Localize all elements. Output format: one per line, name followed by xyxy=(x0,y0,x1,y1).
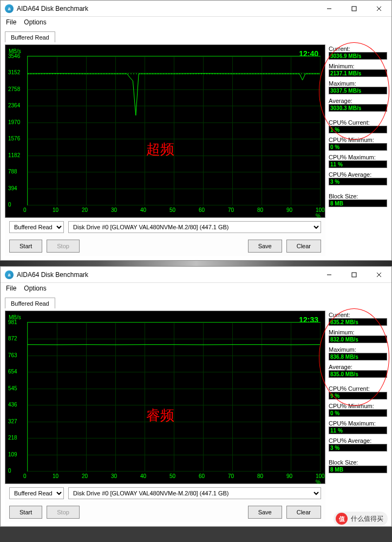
svg-rect-1 xyxy=(352,7,356,11)
close-button[interactable] xyxy=(367,267,391,283)
drive-select[interactable]: Disk Drive #0 [GLOWAY VAL480NVMe-M.2/80]… xyxy=(68,487,321,499)
menubar: File Options xyxy=(1,283,391,294)
stats-panel: Current:3036.9 MB/s Minimum:2137.1 MB/s … xyxy=(329,44,387,256)
minimize-button[interactable] xyxy=(317,267,342,283)
y-tick: 3152 xyxy=(8,69,20,75)
menu-file[interactable]: File xyxy=(6,18,16,26)
y-tick: 0 xyxy=(8,468,11,474)
menu-options[interactable]: Options xyxy=(24,18,46,26)
watermark-badge: 值 什么值得买 xyxy=(334,512,388,526)
mode-select[interactable]: Buffered Read xyxy=(9,221,64,233)
y-tick: 2758 xyxy=(8,86,20,92)
benchmark-window-top: a AIDA64 Disk Benchmark File Options Buf… xyxy=(0,0,392,261)
benchmark-window-bottom: a AIDA64 Disk Benchmark File Options Buf… xyxy=(0,266,392,527)
x-tick: 40 xyxy=(140,207,146,213)
stat-cpu-current-value: 9 % xyxy=(330,393,339,399)
stat-cpu-minimum-value: 0 % xyxy=(330,410,339,416)
y-tick: 981 xyxy=(8,319,17,325)
x-tick: 20 xyxy=(82,207,88,213)
tab-buffered-read[interactable]: Buffered Read xyxy=(5,31,55,43)
x-tick: 70 xyxy=(228,473,234,479)
menu-file[interactable]: File xyxy=(6,285,16,292)
stat-average-label: Average: xyxy=(329,364,387,370)
annotation-overclock: 超频 xyxy=(146,140,174,159)
stop-button: Stop xyxy=(47,240,80,253)
tab-buffered-read[interactable]: Buffered Read xyxy=(5,298,55,309)
y-tick: 654 xyxy=(8,369,17,375)
x-tick: 30 xyxy=(111,473,117,479)
x-tick: 90 xyxy=(286,473,292,479)
y-tick: 218 xyxy=(8,435,17,441)
start-button[interactable]: Start xyxy=(9,240,42,253)
annotation-turbo: 睿频 xyxy=(146,406,174,425)
save-button[interactable]: Save xyxy=(248,506,282,519)
stat-cpu-average-label: CPU% Average: xyxy=(329,171,387,178)
close-button[interactable] xyxy=(367,1,391,17)
x-tick: 100 % xyxy=(316,473,325,485)
window-title: AIDA64 Disk Benchmark xyxy=(17,271,317,279)
y-tick: 872 xyxy=(8,335,17,341)
stat-maximum-label: Maximum: xyxy=(329,346,387,353)
stat-maximum-value: 3037.5 MB/s xyxy=(330,88,361,94)
stat-cpu-minimum-value: 0 % xyxy=(330,144,339,150)
tabstrip: Buffered Read xyxy=(1,294,391,308)
window-title: AIDA64 Disk Benchmark xyxy=(17,5,317,12)
stat-cpu-average-value: 3 % xyxy=(330,445,339,451)
menubar: File Options xyxy=(1,17,391,28)
stat-maximum-value: 836.8 MB/s xyxy=(330,354,358,360)
stat-minimum-label: Minimum: xyxy=(329,63,387,69)
x-tick: 90 xyxy=(286,207,292,213)
save-button[interactable]: Save xyxy=(248,240,282,253)
y-tick: 394 xyxy=(8,185,17,191)
menu-options[interactable]: Options xyxy=(24,285,46,292)
watermark-text: 什么值得买 xyxy=(351,514,383,524)
watermark-icon: 值 xyxy=(336,513,348,525)
minimize-button[interactable] xyxy=(317,1,342,17)
maximize-button[interactable] xyxy=(342,1,367,17)
app-icon: a xyxy=(5,4,14,13)
clear-button[interactable]: Clear xyxy=(286,506,321,519)
stat-block-label: Block Size: xyxy=(329,193,387,199)
stop-button: Stop xyxy=(47,506,80,519)
maximize-button[interactable] xyxy=(342,267,367,283)
y-tick: 1576 xyxy=(8,136,20,141)
mode-select[interactable]: Buffered Read xyxy=(9,487,64,499)
controls-bar: Buffered Read Disk Drive #0 [GLOWAY VAL4… xyxy=(5,218,325,236)
titlebar: a AIDA64 Disk Benchmark xyxy=(1,267,391,283)
titlebar: a AIDA64 Disk Benchmark xyxy=(1,1,391,17)
svg-rect-6 xyxy=(352,273,356,277)
x-tick: 50 xyxy=(169,473,175,479)
x-tick: 10 xyxy=(53,473,58,479)
x-tick: 30 xyxy=(111,207,117,213)
stat-maximum-label: Maximum: xyxy=(329,80,387,87)
stat-cpu-minimum-label: CPU% Minimum: xyxy=(329,403,387,409)
stat-cpu-average-label: CPU% Average: xyxy=(329,437,387,444)
stat-current-label: Current: xyxy=(329,46,387,52)
y-tick: 0 xyxy=(8,202,11,208)
stat-cpu-maximum-label: CPU% Maximum: xyxy=(329,154,387,160)
stat-cpu-maximum-value: 11 % xyxy=(330,162,343,167)
stat-block-label: Block Size: xyxy=(329,459,387,466)
y-tick: 2364 xyxy=(8,102,20,108)
x-tick: 60 xyxy=(199,473,205,479)
stat-minimum-value: 832.0 MB/s xyxy=(330,337,358,343)
x-tick: 100 % xyxy=(316,207,325,219)
stat-block-value: 8 MB xyxy=(330,201,343,207)
controls-bar: Buffered Read Disk Drive #0 [GLOWAY VAL4… xyxy=(5,484,325,502)
y-tick: 327 xyxy=(8,418,17,424)
x-tick: 70 xyxy=(228,207,234,213)
x-tick: 40 xyxy=(140,473,146,479)
x-tick: 0 xyxy=(23,473,27,479)
x-tick: 80 xyxy=(257,207,263,213)
x-tick: 20 xyxy=(82,473,88,479)
x-tick: 10 xyxy=(53,207,58,213)
x-tick: 50 xyxy=(169,207,175,213)
drive-select[interactable]: Disk Drive #0 [GLOWAY VAL480NVMe-M.2/80]… xyxy=(68,221,321,233)
stat-average-value: 835.0 MB/s xyxy=(330,371,358,377)
start-button[interactable]: Start xyxy=(9,506,42,519)
stat-current-label: Current: xyxy=(329,312,387,318)
chart-area: MB/s 12:33 98187276365454543632721810900… xyxy=(5,311,325,484)
clear-button[interactable]: Clear xyxy=(286,240,321,253)
y-tick: 788 xyxy=(8,169,17,175)
stat-minimum-value: 2137.1 MB/s xyxy=(330,70,361,76)
